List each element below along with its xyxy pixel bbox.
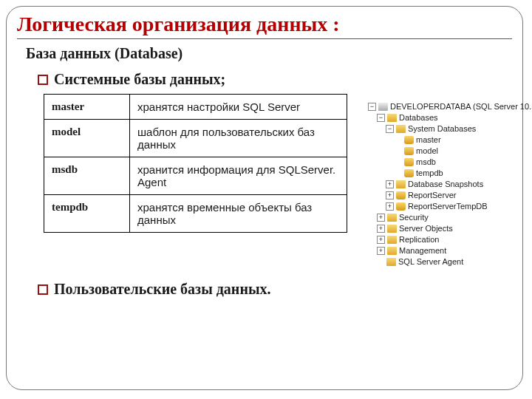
bullet-icon [38, 75, 48, 85]
database-icon [404, 169, 414, 177]
db-desc: хранится информация для SQLServer. Agent [130, 157, 347, 195]
bullet-icon [38, 284, 48, 295]
content-row: master хранятся настройки SQL Server mod… [44, 94, 512, 267]
section-system-db: Системные базы данных; [38, 71, 512, 88]
tree-folder[interactable]: +ReportServer [368, 190, 512, 201]
minus-icon[interactable]: − [386, 125, 394, 133]
tree-sysdb-node[interactable]: − System Databases [368, 123, 512, 134]
tree-folder[interactable]: SQL Server Agent [368, 256, 512, 267]
minus-icon[interactable]: − [368, 103, 376, 111]
server-icon [378, 103, 388, 111]
table-row: model шаблон для пользовательских баз да… [44, 120, 347, 157]
tree-label: SQL Server Agent [398, 256, 463, 267]
tree-folder[interactable]: +Server Objects [368, 223, 512, 234]
db-name: master [44, 95, 130, 120]
tree-folder[interactable]: +ReportServerTempDB [368, 201, 512, 212]
tree-folder[interactable]: +Replication [368, 234, 512, 245]
tree-db-item[interactable]: master [368, 134, 512, 146]
tree-label: System Databases [408, 123, 476, 134]
db-name: tempdb [44, 195, 130, 233]
db-name: model [44, 120, 130, 157]
database-icon [404, 136, 414, 144]
section2-label: Пользовательские базы данных. [54, 281, 271, 298]
folder-icon [396, 180, 406, 188]
tree-label: Security [399, 212, 429, 223]
tree-folder[interactable]: +Database Snapshots [368, 179, 512, 190]
tree-label: model [416, 146, 438, 157]
db-desc: шаблон для пользовательских баз данных [130, 120, 347, 157]
database-icon [396, 202, 406, 211]
section-user-db: Пользовательские базы данных. [38, 281, 512, 298]
db-desc: хранятся временные объекты баз данных [130, 195, 347, 233]
tree-databases-node[interactable]: − Databases [368, 112, 512, 123]
page-title: Логическая организация данных : [17, 13, 512, 39]
database-icon [404, 147, 414, 155]
tree-label: tempdb [416, 168, 443, 179]
folder-icon [387, 236, 397, 244]
tree-label: Management [399, 245, 446, 256]
tree-server-node[interactable]: − DEVELOPERDATABA (SQL Server 10.5 [368, 101, 512, 112]
tree-label: Database Snapshots [408, 179, 483, 190]
section1-label: Системные базы данных; [54, 71, 225, 88]
table-row: master хранятся настройки SQL Server [44, 95, 347, 120]
folder-icon [387, 214, 397, 222]
slide-frame: Логическая организация данных : База дан… [6, 6, 523, 390]
plus-icon[interactable]: + [386, 191, 394, 200]
system-db-table: master хранятся настройки SQL Server mod… [44, 94, 347, 233]
folder-icon [386, 258, 396, 266]
folder-icon [387, 247, 397, 255]
db-desc: хранятся настройки SQL Server [130, 95, 347, 120]
plus-icon[interactable]: + [386, 180, 394, 188]
tree-label: DEVELOPERDATABA (SQL Server 10.5 [390, 101, 532, 112]
table-row: tempdb хранятся временные объекты баз да… [44, 195, 347, 233]
db-name: msdb [44, 157, 130, 195]
tree-folder[interactable]: +Management [368, 245, 512, 256]
tree-label: ReportServerTempDB [408, 201, 488, 212]
tree-label: master [416, 134, 441, 146]
folder-icon [396, 125, 406, 133]
folder-icon [387, 225, 397, 233]
subtitle: База данных (Database) [26, 45, 512, 62]
tree-folder[interactable]: +Security [368, 212, 512, 223]
plus-icon[interactable]: + [377, 236, 385, 244]
tree-db-item[interactable]: model [368, 146, 512, 157]
tree-label: Databases [399, 112, 438, 123]
folder-icon [387, 114, 397, 122]
plus-icon[interactable]: + [377, 214, 385, 222]
table-row: msdb хранится информация для SQLServer. … [44, 157, 347, 195]
tree-db-item[interactable]: tempdb [368, 168, 512, 179]
plus-icon[interactable]: + [377, 225, 385, 233]
object-explorer-tree[interactable]: − DEVELOPERDATABA (SQL Server 10.5 − Dat… [368, 94, 512, 267]
database-icon [396, 191, 406, 200]
database-icon [404, 158, 414, 166]
minus-icon[interactable]: − [377, 114, 385, 122]
tree-db-item[interactable]: msdb [368, 157, 512, 168]
tree-label: Replication [399, 234, 439, 245]
plus-icon[interactable]: + [377, 247, 385, 255]
plus-icon[interactable]: + [386, 202, 394, 211]
tree-label: msdb [416, 157, 436, 168]
tree-label: Server Objects [399, 223, 453, 234]
tree-label: ReportServer [408, 190, 456, 201]
